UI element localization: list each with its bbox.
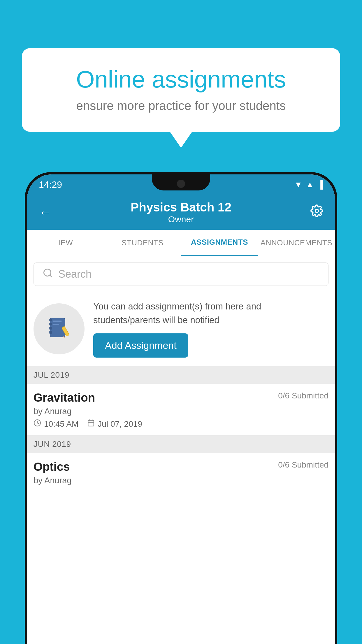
section-jun-2019: JUN 2019 [27, 435, 335, 453]
search-placeholder: Search [58, 268, 92, 280]
svg-rect-9 [52, 324, 59, 325]
clock-icon [34, 419, 41, 429]
assignment-name-optics: Optics [34, 460, 70, 473]
signal-icon: ▲ [306, 180, 314, 189]
status-time: 14:29 [39, 179, 62, 190]
header-title-group: Physics Batch 12 Owner [131, 200, 231, 224]
assignment-author: by Anurag [34, 407, 328, 416]
section-jul-2019: JUL 2019 [27, 366, 335, 384]
promo-text-area: You can add assignment(s) from here and … [93, 300, 328, 358]
assignment-submitted: 0/6 Submitted [278, 391, 328, 400]
search-icon [43, 268, 53, 281]
svg-rect-7 [49, 331, 52, 333]
tab-iew[interactable]: IEW [27, 230, 104, 256]
meta-date: Jul 07, 2019 [87, 419, 142, 429]
add-assignment-button[interactable]: Add Assignment [93, 333, 188, 358]
status-icons: ▼ ▲ ▐ [294, 180, 323, 189]
assignment-submitted-optics: 0/6 Submitted [278, 460, 328, 470]
phone-frame: 14:29 ▼ ▲ ▐ ← Physics Batch 12 Owner [25, 172, 337, 644]
assignment-header-optics: Optics 0/6 Submitted [34, 460, 328, 473]
assignment-item-gravitation[interactable]: Gravitation 0/6 Submitted by Anurag 10:4… [27, 384, 335, 435]
app-header: ← Physics Batch 12 Owner [27, 195, 335, 230]
assignment-meta: 10:45 AM Jul 07, 2019 [34, 419, 328, 429]
battery-icon: ▐ [317, 180, 323, 189]
assignment-time: 10:45 AM [44, 419, 78, 429]
assignment-author-optics: by Anurag [34, 476, 328, 485]
calendar-icon [87, 419, 95, 429]
assignment-item-optics[interactable]: Optics 0/6 Submitted by Anurag [27, 453, 335, 495]
svg-line-2 [50, 275, 52, 277]
header-title: Physics Batch 12 [131, 200, 231, 214]
assignment-header: Gravitation 0/6 Submitted [34, 391, 328, 404]
bubble-title: Online assignments [42, 66, 320, 93]
speech-bubble-container: Online assignments ensure more practice … [22, 48, 340, 132]
settings-button[interactable] [310, 204, 323, 220]
tab-students[interactable]: STUDENTS [104, 230, 181, 256]
search-bar[interactable]: Search [34, 262, 328, 286]
content-area: Search [27, 256, 335, 644]
tab-assignments[interactable]: ASSIGNMENTS [181, 230, 258, 256]
bubble-subtitle: ensure more practice for your students [42, 99, 320, 113]
header-subtitle: Owner [131, 214, 231, 224]
notch [152, 174, 210, 190]
svg-rect-5 [49, 323, 52, 325]
assignment-name: Gravitation [34, 391, 95, 404]
promo-description: You can add assignment(s) from here and … [93, 300, 328, 327]
camera [177, 180, 185, 188]
tabs-bar: IEW STUDENTS ASSIGNMENTS ANNOUNCEMENTS [27, 230, 335, 256]
svg-rect-8 [52, 321, 61, 322]
speech-bubble: Online assignments ensure more practice … [22, 48, 340, 132]
svg-rect-13 [88, 420, 94, 426]
meta-time: 10:45 AM [34, 419, 78, 429]
assignment-date: Jul 07, 2019 [98, 419, 142, 429]
svg-rect-6 [49, 327, 52, 329]
svg-point-0 [315, 209, 318, 213]
tab-announcements[interactable]: ANNOUNCEMENTS [258, 230, 335, 256]
wifi-icon: ▼ [294, 180, 303, 189]
back-button[interactable]: ← [39, 205, 52, 220]
promo-icon-circle [34, 303, 85, 354]
phone-inner: 14:29 ▼ ▲ ▐ ← Physics Batch 12 Owner [27, 174, 335, 644]
promo-card: You can add assignment(s) from here and … [27, 291, 335, 366]
svg-rect-4 [49, 319, 52, 321]
